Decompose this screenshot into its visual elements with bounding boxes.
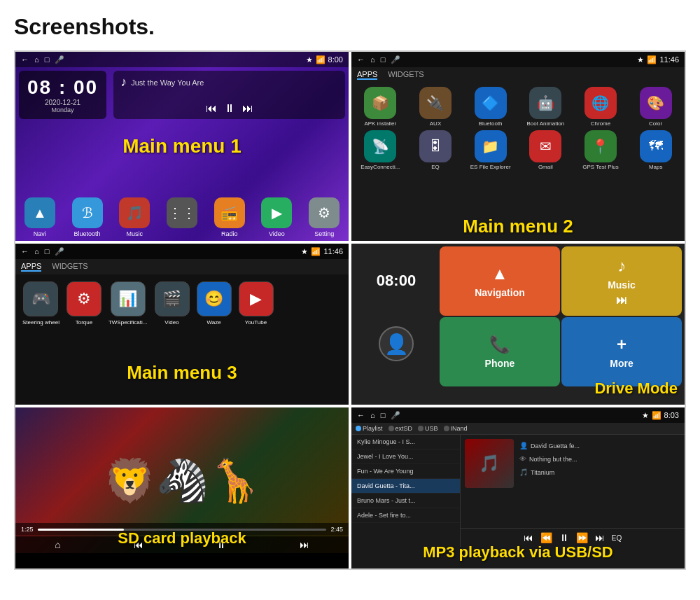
more-label: More [610, 358, 633, 369]
aux-label: AUX [430, 120, 441, 127]
back-icon6[interactable]: ← [357, 411, 365, 419]
navigation-label: Navigation [475, 287, 525, 298]
tab-widgets[interactable]: WIDGETS [388, 70, 424, 80]
list-item[interactable]: ✉ Gmail [519, 130, 572, 171]
list-item[interactable]: 📦 APK installer [354, 87, 407, 127]
screen1-main-menu-1: ← ⌂ □ 🎤 ★ 📶 8:00 08 : 00 2020-12-21 Mond… [15, 52, 349, 241]
radio-label: Radio [221, 230, 238, 237]
screen6-mp3-playback: ← ⌂ □ 🎤 ★ 📶 8:03 Playlist extSD [351, 407, 685, 568]
apps-icon6[interactable]: □ [381, 411, 386, 419]
boot-animation-icon: 🤖 [529, 87, 561, 119]
screen1-top: 08 : 00 2020-12-21 Monday ♪ Just the Way… [19, 71, 345, 119]
screen6-status-bar: ← ⌂ □ 🎤 ★ 📶 8:03 [351, 407, 685, 423]
track-item[interactable]: Fun - We Are Young [351, 464, 460, 479]
mp3-next-btn[interactable]: ⏭ [595, 532, 605, 543]
track-item[interactable]: Bruno Mars - Just t... [351, 494, 460, 508]
drive-tile-more[interactable]: + More [561, 317, 682, 386]
boot-animation-label: Boot Animation [526, 120, 564, 127]
next-button[interactable]: ⏭ [242, 102, 253, 115]
screen1-status-left: ← ⌂ □ 🎤 [21, 55, 64, 64]
mp3-pause-btn[interactable]: ⏸ [559, 532, 569, 543]
app-torque[interactable]: ⚙ Torque [66, 281, 102, 326]
track-item[interactable]: Kylie Minogue - I S... [351, 435, 460, 449]
app-steering-wheel[interactable]: 🎮 Steering wheel [22, 281, 59, 326]
video-prev-icon[interactable]: ⏮ [134, 539, 144, 550]
music-drive-next-icon: ⏭ [616, 294, 627, 307]
home-icon3[interactable]: ⌂ [34, 247, 39, 256]
list-item[interactable]: 📡 EasyConnecti... [354, 130, 407, 171]
screen2-overlay: Main menu 2 [351, 216, 685, 237]
mp3-source-inand[interactable]: INand [444, 425, 468, 432]
tab-widgets3[interactable]: WIDGETS [52, 262, 88, 272]
prev-button[interactable]: ⏮ [206, 102, 217, 115]
apps-icon[interactable]: □ [45, 55, 50, 64]
back-icon[interactable]: ← [21, 55, 29, 64]
app-waze[interactable]: 😊 Waze [197, 281, 232, 326]
track-item[interactable]: Adele - Set fire to... [351, 508, 460, 523]
drive-tile-phone[interactable]: 📞 Phone [440, 317, 560, 386]
mic-icon2[interactable]: 🎤 [391, 55, 400, 64]
mp3-rew-btn[interactable]: ⏪ [540, 532, 552, 543]
list-item[interactable]: 🔷 Bluetooth [464, 87, 517, 127]
mp3-fwd-btn[interactable]: ⏩ [576, 532, 588, 543]
list-item[interactable]: 🗺 Maps [629, 130, 682, 171]
back-icon2[interactable]: ← [357, 55, 365, 64]
drive-tile-navigation[interactable]: ▲ Navigation [440, 246, 560, 316]
list-item[interactable]: 📁 ES File Explorer [464, 130, 517, 171]
app-bluetooth[interactable]: ℬ Bluetooth [66, 197, 108, 237]
tab-apps3[interactable]: APPS [21, 262, 41, 272]
video-next-icon[interactable]: ⏭ [300, 539, 309, 550]
video-progress-track[interactable] [38, 529, 327, 531]
video-time-end: 2:45 [330, 526, 343, 533]
apps-icon3[interactable]: □ [45, 247, 50, 256]
pause-button[interactable]: ⏸ [224, 102, 235, 115]
screen4-drive-mode: 08:00 👤 ▲ Navigation ♪ Music ⏭ 📞 Phone +… [351, 244, 685, 405]
mic-icon3[interactable]: 🎤 [55, 247, 64, 256]
home-icon[interactable]: ⌂ [34, 55, 39, 64]
app-twspec[interactable]: 📊 TWSpecificati... [108, 281, 148, 326]
back-icon3[interactable]: ← [21, 247, 29, 256]
app-setting[interactable]: ⚙ Setting [303, 197, 345, 237]
app-radio[interactable]: 📻 Radio [209, 197, 251, 237]
home-icon2[interactable]: ⌂ [370, 55, 375, 64]
color-icon: 🎨 [640, 87, 672, 119]
app-navi[interactable]: ▲ Navi [19, 197, 61, 237]
app-video3[interactable]: 🎬 Video [155, 281, 190, 326]
list-item[interactable]: 🎛 EQ [410, 130, 462, 171]
mp3-source-usb[interactable]: USB [418, 425, 438, 432]
track-item[interactable]: Jewel - I Love You... [351, 449, 460, 464]
tab-apps[interactable]: APPS [357, 70, 377, 80]
mp3-source-extsd[interactable]: extSD [388, 425, 413, 432]
mp3-eq-btn[interactable]: EQ [612, 534, 622, 542]
gps-icon: 📍 [584, 130, 617, 162]
video-home-icon[interactable]: ⌂ [55, 539, 60, 550]
mic-icon6[interactable]: 🎤 [391, 411, 400, 420]
video-icon: ▶ [261, 197, 292, 228]
list-item[interactable]: 🔌 AUX [410, 87, 462, 127]
list-item[interactable]: 📍 GPS Test Plus [575, 130, 627, 171]
torque-icon: ⚙ [66, 281, 102, 316]
list-item[interactable]: 🌐 Chrome [575, 87, 627, 127]
app-video[interactable]: ▶ Video [256, 197, 298, 237]
bt-icon3: ★ [301, 247, 308, 256]
mp3-source-playlist[interactable]: Playlist [356, 425, 383, 432]
mic-icon[interactable]: 🎤 [55, 55, 64, 64]
steering-wheel-label: Steering wheel [22, 319, 59, 326]
apps-icon2[interactable]: □ [381, 55, 386, 64]
app-music[interactable]: 🎵 Music [113, 197, 155, 237]
clock-date: 2020-12-21 [27, 99, 98, 106]
gmail-label: Gmail [538, 164, 553, 171]
playlist-label: Playlist [363, 425, 383, 432]
mp3-prev-btn[interactable]: ⏮ [524, 532, 533, 543]
screen1-status-bar: ← ⌂ □ 🎤 ★ 📶 8:00 [15, 52, 349, 67]
list-item[interactable]: 🤖 Boot Animation [519, 87, 572, 127]
drive-tile-music[interactable]: ♪ Music ⏭ [561, 246, 682, 316]
list-item[interactable]: 🎨 Color [629, 87, 682, 127]
track-item-active[interactable]: David Guetta - Tita... [351, 479, 460, 494]
app-menu[interactable]: ⋮⋮ [161, 197, 203, 237]
app-youtube[interactable]: ▶ YouTube [239, 281, 274, 326]
home-icon6[interactable]: ⌂ [370, 411, 375, 419]
screen5-sd-playback: 🦁🦓🦒 1:25 2:45 ⌂ ⏮ ⏸ ⏭ SD card playback [15, 407, 349, 568]
gps-label: GPS Test Plus [582, 164, 618, 171]
video-play-icon[interactable]: ⏸ [216, 539, 226, 550]
